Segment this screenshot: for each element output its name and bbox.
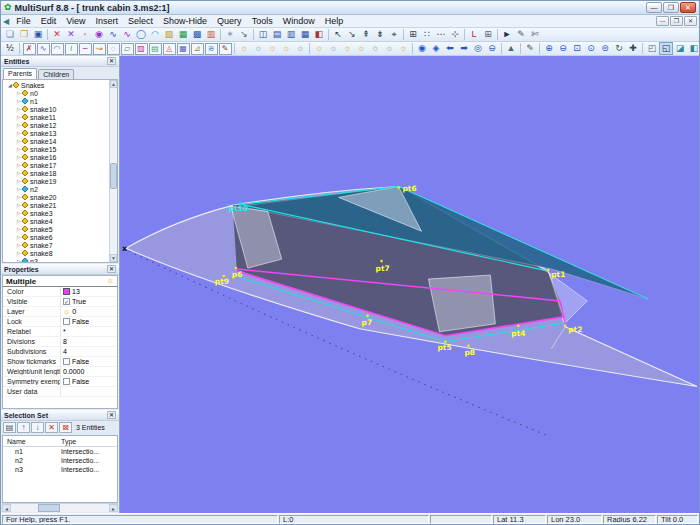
checkbox-checked-icon[interactable]: ✓ xyxy=(63,298,70,305)
menu-view[interactable]: View xyxy=(61,16,90,26)
show-selected-button[interactable]: ☼ xyxy=(340,42,354,55)
menu-file[interactable]: File xyxy=(11,16,36,26)
property-row-divisions[interactable]: Divisions8 xyxy=(3,337,117,347)
color-swatch[interactable] xyxy=(63,288,70,295)
selection-row-n3[interactable]: n3Intersectio... xyxy=(3,465,117,474)
mdi-close-button[interactable]: ✕ xyxy=(684,16,697,26)
save-button[interactable]: ▣ xyxy=(31,28,45,41)
property-row-symmetry-exempt[interactable]: Symmetry exemptFalse xyxy=(3,377,117,387)
tree-item-snake16[interactable]: ▷snake16 xyxy=(3,153,109,161)
menu-query[interactable]: Query xyxy=(212,16,247,26)
point-tool-button[interactable]: ◦ xyxy=(78,28,92,41)
mesh-surface-tool-button[interactable]: ▦ xyxy=(176,28,190,41)
minimize-button[interactable]: — xyxy=(646,2,662,13)
show-children-button[interactable]: ☼ xyxy=(293,42,307,55)
wireframe-mode-button[interactable]: ◰ xyxy=(645,42,659,55)
tree-item-snake21[interactable]: ▷snake21 xyxy=(3,201,109,209)
hscroll-track[interactable] xyxy=(11,504,109,512)
look-forward-button[interactable]: ◎ xyxy=(471,42,485,55)
pen-tool-button[interactable]: ✎ xyxy=(514,28,528,41)
scroll-left-icon[interactable]: ◄ xyxy=(2,504,11,512)
tree-item-snakes[interactable]: ◢Snakes xyxy=(3,81,109,89)
scroll-right-icon[interactable]: ► xyxy=(109,504,118,512)
zoom-extents-button[interactable]: ⊜ xyxy=(598,42,612,55)
remove-selected-button[interactable]: ✕ xyxy=(45,422,58,433)
tree-item-snake19[interactable]: ▷snake19 xyxy=(3,177,109,185)
menu-select[interactable]: Select xyxy=(123,16,158,26)
column-name[interactable]: Name xyxy=(3,438,61,445)
tree-item-snake12[interactable]: ▷snake12 xyxy=(3,121,109,129)
mdi-minimize-button[interactable]: — xyxy=(656,16,669,26)
trim-tool-button[interactable]: ✄ xyxy=(528,28,542,41)
tree-item-snake8[interactable]: ▷snake8 xyxy=(3,249,109,257)
property-row-weight-unit-length[interactable]: Weight/unit length0.0000 xyxy=(3,367,117,377)
shaded-mode-button[interactable]: ◪ xyxy=(673,42,687,55)
property-value[interactable]: False xyxy=(60,377,117,386)
property-value[interactable]: ☼0 xyxy=(60,307,117,316)
move-up-button[interactable]: ↑ xyxy=(17,422,30,433)
open-folder-button[interactable]: ❒ xyxy=(17,28,31,41)
menu-insert[interactable]: Insert xyxy=(91,16,124,26)
selection-list-button[interactable]: ▤ xyxy=(3,422,16,433)
property-value[interactable]: 8 xyxy=(60,337,117,346)
create-bcurve-button[interactable]: ≀ xyxy=(65,43,78,55)
property-value[interactable] xyxy=(60,387,117,396)
locate-entity-button[interactable]: ⌖ xyxy=(387,28,401,41)
create-blend-surface-button[interactable]: ◬ xyxy=(163,43,176,55)
property-row-color[interactable]: Color13 xyxy=(3,287,117,297)
new-document-button[interactable]: ❏ xyxy=(3,28,17,41)
3d-viewport[interactable]: pt6pt10pt9p6pt7pt1pt2pt4pt5p8p7x xyxy=(120,56,699,513)
bead-tool-button[interactable]: ◉ xyxy=(92,28,106,41)
create-ccurve-button[interactable]: ∽ xyxy=(79,43,92,55)
close-button[interactable]: ✕ xyxy=(680,2,696,13)
scroll-down-icon[interactable]: ▼ xyxy=(110,254,117,262)
zoom-window-button[interactable]: ⊡ xyxy=(570,42,584,55)
look-aft-button[interactable]: ◉ xyxy=(415,42,429,55)
hide-all-button[interactable]: ☼ xyxy=(368,42,382,55)
property-value[interactable]: ✓True xyxy=(60,297,117,306)
show-query-button[interactable]: ☼ xyxy=(265,42,279,55)
property-row-user-data[interactable]: User data xyxy=(3,387,117,397)
scroll-thumb[interactable] xyxy=(110,163,117,189)
hide-entity-button[interactable]: ☼ xyxy=(251,42,265,55)
create-trimesh-button[interactable]: ▦ xyxy=(177,43,190,55)
create-arc-button[interactable]: ◠ xyxy=(51,43,64,55)
property-value[interactable]: 13 xyxy=(60,287,117,296)
hiddenline-mode-button[interactable]: ◱ xyxy=(659,42,673,55)
property-row-layer[interactable]: Layer☼0 xyxy=(3,307,117,317)
magnet-tool-button[interactable]: ◠ xyxy=(148,28,162,41)
tree-item-snake20[interactable]: ▷snake20 xyxy=(3,193,109,201)
restore-button[interactable]: ❐ xyxy=(663,2,679,13)
offsets-table-button[interactable]: ⊞ xyxy=(481,28,495,41)
menu-edit[interactable]: Edit xyxy=(36,16,62,26)
create-lofted-surface-button[interactable]: ▤ xyxy=(149,43,162,55)
bulb-icon[interactable]: ☼ xyxy=(107,277,114,285)
tree-item-snake3[interactable]: ▷snake3 xyxy=(3,209,109,217)
move-down-button[interactable]: ↓ xyxy=(31,422,44,433)
tab-children[interactable]: Children xyxy=(38,69,74,79)
tree-item-n3[interactable]: ▷n3 xyxy=(3,257,109,262)
delete-entity-button[interactable]: ✕ xyxy=(50,28,64,41)
property-row-visible[interactable]: Visible✓True xyxy=(3,297,117,307)
hscroll-thumb[interactable] xyxy=(38,504,60,512)
scroll-track[interactable] xyxy=(110,88,117,254)
view-window-quad-button[interactable]: ▦ xyxy=(298,28,312,41)
tree-item-snake4[interactable]: ▷snake4 xyxy=(3,217,109,225)
look-port-button[interactable]: ⬅ xyxy=(443,42,457,55)
create-contours-button[interactable]: ≋ xyxy=(205,43,218,55)
tree-item-snake6[interactable]: ▷snake6 xyxy=(3,233,109,241)
mdi-restore-button[interactable]: ❐ xyxy=(670,16,683,26)
tree-item-snake13[interactable]: ▷snake13 xyxy=(3,129,109,137)
property-value[interactable]: False xyxy=(60,357,117,366)
show-all-button[interactable]: ☼ xyxy=(354,42,368,55)
property-value[interactable]: 0.0000 xyxy=(60,367,117,376)
tree-item-snake18[interactable]: ▷snake18 xyxy=(3,169,109,177)
view-window-split-h-button[interactable]: ▤ xyxy=(270,28,284,41)
zoom-in-button[interactable]: ⊕ xyxy=(542,42,556,55)
checkbox-unchecked-icon[interactable] xyxy=(63,318,70,325)
view-window-active-button[interactable]: ◧ xyxy=(312,28,326,41)
selection-row-n1[interactable]: n1Intersectio... xyxy=(3,447,117,456)
look-starboard-button[interactable]: ➡ xyxy=(457,42,471,55)
solid-tool-button[interactable]: ▩ xyxy=(190,28,204,41)
transform-entity-button[interactable]: ✕ xyxy=(64,28,78,41)
